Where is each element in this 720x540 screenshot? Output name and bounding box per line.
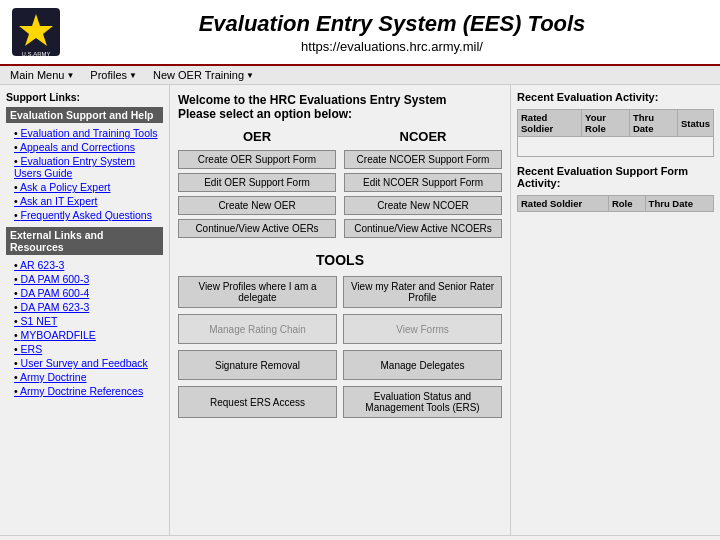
sidebar: Support Links: Evaluation Support and He… bbox=[0, 85, 170, 535]
external-links-header: External Links and Resources bbox=[6, 227, 163, 255]
create-ncoer-support-form-btn[interactable]: Create NCOER Support Form bbox=[344, 150, 502, 169]
oer-ncoer-grid: OER Create OER Support Form Edit OER Sup… bbox=[178, 129, 502, 242]
support-table-empty-row bbox=[518, 212, 714, 232]
tools-title: TOOLS bbox=[178, 252, 502, 268]
oer-header: OER bbox=[178, 129, 336, 144]
sidebar-link-dapam600-4[interactable]: DA PAM 600-4 bbox=[6, 287, 163, 299]
support-links-title: Support Links: bbox=[6, 91, 163, 103]
sidebar-link-myboardfile[interactable]: MYBOARDFILE bbox=[6, 329, 163, 341]
sidebar-link-users-guide[interactable]: Evaluation Entry System Users Guide bbox=[6, 155, 163, 179]
create-new-oer-btn[interactable]: Create New OER bbox=[178, 196, 336, 215]
eval-table-col-thru-date: Thru Date bbox=[629, 110, 677, 137]
support-table-col-rated-soldier: Rated Soldier bbox=[518, 196, 609, 212]
new-oer-training-arrow: ▼ bbox=[246, 71, 254, 80]
view-profiles-delegate-btn[interactable]: View Profiles where I am a delegate bbox=[178, 276, 337, 308]
view-forms-btn[interactable]: View Forms bbox=[343, 314, 502, 344]
eval-table-col-your-role: Your Role bbox=[582, 110, 630, 137]
support-form-table: Rated Soldier Role Thru Date bbox=[517, 195, 714, 232]
sidebar-link-ers[interactable]: ERS bbox=[6, 343, 163, 355]
sidebar-link-army-doctrine[interactable]: Army Doctrine bbox=[6, 371, 163, 383]
eval-table-col-rated-soldier: Rated Soldier bbox=[518, 110, 582, 137]
page-footer: Unclassified 24 bbox=[0, 535, 720, 540]
sidebar-link-army-doctrine-ref[interactable]: Army Doctrine References bbox=[6, 385, 163, 397]
nav-main-menu[interactable]: Main Menu ▼ bbox=[6, 68, 78, 82]
army-logo: U.S.ARMY bbox=[10, 6, 62, 58]
center-content: Welcome to the HRC Evaluations Entry Sys… bbox=[170, 85, 510, 535]
page-title: Evaluation Entry System (EES) Tools bbox=[74, 11, 710, 37]
edit-oer-support-form-btn[interactable]: Edit OER Support Form bbox=[178, 173, 336, 192]
view-rater-senior-rater-profile-btn[interactable]: View my Rater and Senior Rater Profile bbox=[343, 276, 502, 308]
main-menu-arrow: ▼ bbox=[66, 71, 74, 80]
sidebar-link-s1net[interactable]: S1 NET bbox=[6, 315, 163, 327]
header-text-block: Evaluation Entry System (EES) Tools http… bbox=[74, 11, 710, 54]
page-subtitle: https://evaluations.hrc.army.mil/ bbox=[74, 39, 710, 54]
continue-view-active-oers-btn[interactable]: Continue/View Active OERs bbox=[178, 219, 336, 238]
right-panel: Recent Evaluation Activity: Rated Soldie… bbox=[510, 85, 720, 535]
nav-new-oer-training[interactable]: New OER Training ▼ bbox=[149, 68, 258, 82]
ncoer-column: NCOER Create NCOER Support Form Edit NCO… bbox=[344, 129, 502, 242]
manage-rating-chain-btn[interactable]: Manage Rating Chain bbox=[178, 314, 337, 344]
tools-grid: View Profiles where I am a delegate View… bbox=[178, 276, 502, 418]
svg-text:U.S.ARMY: U.S.ARMY bbox=[21, 51, 50, 57]
oer-column: OER Create OER Support Form Edit OER Sup… bbox=[178, 129, 336, 242]
main-menu-label: Main Menu bbox=[10, 69, 64, 81]
sidebar-link-dapam600-3[interactable]: DA PAM 600-3 bbox=[6, 273, 163, 285]
sidebar-link-faq[interactable]: Frequently Asked Questions bbox=[6, 209, 163, 221]
support-section-header: Evaluation Support and Help bbox=[6, 107, 163, 123]
manage-delegates-btn[interactable]: Manage Delegates bbox=[343, 350, 502, 380]
recent-eval-table: Rated Soldier Your Role Thru Date Status bbox=[517, 109, 714, 157]
support-form-title: Recent Evaluation Support Form Activity: bbox=[517, 165, 714, 189]
request-ers-access-btn[interactable]: Request ERS Access bbox=[178, 386, 337, 418]
profiles-label: Profiles bbox=[90, 69, 127, 81]
new-oer-training-label: New OER Training bbox=[153, 69, 244, 81]
support-table-col-role: Role bbox=[608, 196, 645, 212]
ncoer-header: NCOER bbox=[344, 129, 502, 144]
sidebar-link-eval-training[interactable]: Evaluation and Training Tools bbox=[6, 127, 163, 139]
sidebar-link-dapam623[interactable]: DA PAM 623-3 bbox=[6, 301, 163, 313]
create-new-ncoer-btn[interactable]: Create New NCOER bbox=[344, 196, 502, 215]
support-table-col-thru-date: Thru Date bbox=[645, 196, 713, 212]
nav-profiles[interactable]: Profiles ▼ bbox=[86, 68, 141, 82]
profiles-arrow: ▼ bbox=[129, 71, 137, 80]
sidebar-link-policy-expert[interactable]: Ask a Policy Expert bbox=[6, 181, 163, 193]
edit-ncoer-support-form-btn[interactable]: Edit NCOER Support Form bbox=[344, 173, 502, 192]
sidebar-link-user-survey[interactable]: User Survey and Feedback bbox=[6, 357, 163, 369]
eval-table-col-status: Status bbox=[677, 110, 713, 137]
sidebar-link-ar623[interactable]: AR 623-3 bbox=[6, 259, 163, 271]
main-content: Support Links: Evaluation Support and He… bbox=[0, 85, 720, 535]
navigation-bar: Main Menu ▼ Profiles ▼ New OER Training … bbox=[0, 66, 720, 85]
eval-status-management-tools-btn[interactable]: Evaluation Status and Management Tools (… bbox=[343, 386, 502, 418]
welcome-text: Welcome to the HRC Evaluations Entry Sys… bbox=[178, 93, 502, 121]
continue-view-active-ncoers-btn[interactable]: Continue/View Active NCOERs bbox=[344, 219, 502, 238]
eval-table-empty-row bbox=[518, 137, 714, 157]
create-oer-support-form-btn[interactable]: Create OER Support Form bbox=[178, 150, 336, 169]
tools-section: TOOLS View Profiles where I am a delegat… bbox=[178, 252, 502, 418]
sidebar-link-it-expert[interactable]: Ask an IT Expert bbox=[6, 195, 163, 207]
sidebar-link-appeals[interactable]: Appeals and Corrections bbox=[6, 141, 163, 153]
page-header: U.S.ARMY Evaluation Entry System (EES) T… bbox=[0, 0, 720, 66]
recent-eval-activity-title: Recent Evaluation Activity: bbox=[517, 91, 714, 103]
signature-removal-btn[interactable]: Signature Removal bbox=[178, 350, 337, 380]
